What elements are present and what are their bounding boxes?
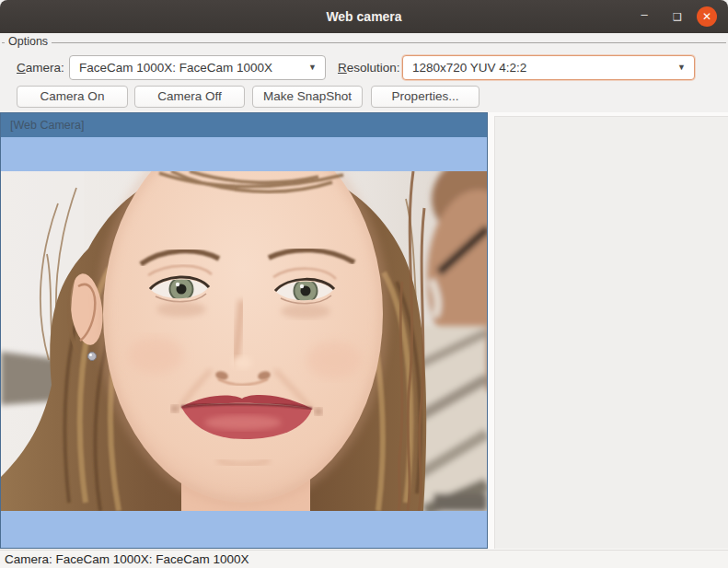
close-icon: ✕: [702, 10, 711, 23]
webcam-photo: [1, 171, 487, 511]
resolution-dropdown-value: 1280x720 YUV 4:2:2: [412, 61, 526, 75]
video-letterbox-top: [1, 137, 487, 171]
maximize-button[interactable]: ❑: [667, 6, 688, 27]
camera-dropdown[interactable]: FaceCam 1000X: FaceCam 1000X ▼: [69, 55, 326, 80]
options-group-frame: [2, 42, 726, 43]
right-side-area: [488, 112, 728, 550]
camera-on-button[interactable]: Camera On: [17, 86, 128, 108]
statusbar: Camera: FaceCam 1000X: FaceCam 1000X: [0, 550, 728, 568]
make-snapshot-button[interactable]: Make SnapShot: [252, 86, 363, 108]
video-letterbox-bottom: [1, 511, 487, 548]
chevron-down-icon: ▼: [308, 56, 317, 79]
window-title: Web camera: [0, 0, 728, 33]
web-camera-window: { "titlebar": { "title": "Web camera", "…: [0, 0, 728, 568]
right-panel: [494, 116, 728, 549]
video-header-bar: [Web Camera]: [1, 113, 487, 137]
resolution-label: Resolution:: [338, 55, 400, 80]
camera-off-button[interactable]: Camera Off: [134, 86, 245, 108]
minimize-icon: –: [641, 7, 647, 21]
chevron-down-icon: ▼: [677, 56, 686, 79]
camera-dropdown-value: FaceCam 1000X: FaceCam 1000X: [79, 61, 272, 75]
properties-button[interactable]: Properties...: [371, 86, 480, 108]
video-preview: [Web Camera]: [0, 112, 488, 549]
close-button[interactable]: ✕: [697, 6, 717, 27]
resolution-dropdown[interactable]: 1280x720 YUV 4:2:2 ▼: [402, 55, 695, 80]
maximize-icon: ❑: [673, 11, 682, 22]
camera-label: Camera:: [17, 55, 64, 80]
video-overlay-label: [Web Camera]: [10, 113, 487, 138]
minimize-button[interactable]: –: [634, 5, 654, 25]
titlebar: Web camera – ❑ ✕: [0, 0, 728, 33]
statusbar-text: Camera: FaceCam 1000X: FaceCam 1000X: [5, 551, 728, 568]
options-group-legend: Options: [5, 35, 52, 48]
